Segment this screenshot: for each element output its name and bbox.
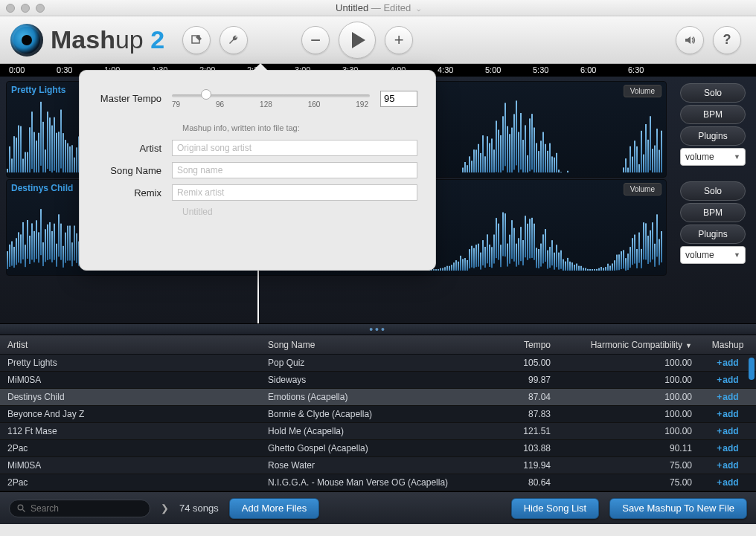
zoom-out-button[interactable]: − (301, 26, 330, 54)
add-to-mashup-button[interactable]: +add (717, 477, 738, 488)
cell-tempo: 80.64 (484, 477, 558, 488)
add-to-mashup-button[interactable]: +add (717, 392, 738, 402)
add-to-mashup-button[interactable]: +add (717, 375, 738, 385)
add-to-mashup-button[interactable]: +add (717, 409, 738, 419)
song-row[interactable]: 112 Ft MaseHold Me (Acapella)121.51100.0… (0, 423, 756, 440)
track-2-plugins-button[interactable]: Plugins (680, 225, 746, 244)
header-artist[interactable]: Artist (0, 340, 260, 350)
wrench-icon (228, 34, 240, 46)
track-2-bpm-button[interactable]: BPM (680, 203, 746, 222)
track-2-label: Destinys Child (11, 183, 73, 193)
add-to-mashup-button[interactable]: +add (717, 426, 738, 436)
add-to-mashup-button[interactable]: +add (717, 443, 738, 453)
ruler-tick: 0:00 (9, 65, 25, 74)
song-name-input[interactable] (172, 162, 417, 178)
window-title: Untitled — Edited ⌵ (0, 2, 756, 13)
song-name-label: Song Name (97, 165, 172, 176)
header-tempo[interactable]: Tempo (484, 340, 558, 350)
track-1-plugins-button[interactable]: Plugins (680, 126, 746, 146)
artist-input[interactable] (172, 140, 417, 156)
track-1-solo-button[interactable]: Solo (680, 83, 746, 103)
zoom-window-button[interactable] (36, 4, 45, 13)
settings-popover: Master Tempo 7996128160192 Mashup info, … (79, 70, 436, 271)
scrollbar-thumb[interactable] (749, 358, 755, 380)
song-row[interactable]: 2PacN.I.G.G.A. - Mouse Man Verse OG (Aca… (0, 474, 756, 491)
cell-harmonic: 100.00 (558, 358, 699, 368)
svg-point-1 (18, 505, 23, 510)
plus-icon: + (394, 32, 404, 48)
save-mashup-button[interactable]: Save Mashup To New File (609, 498, 747, 519)
song-row[interactable]: Destinys ChildEmotions (Acapella)87.0410… (0, 389, 756, 406)
speaker-icon (684, 34, 696, 46)
edit-button[interactable] (182, 26, 211, 54)
cell-artist: Beyonce And Jay Z (0, 409, 260, 419)
cell-harmonic: 100.00 (558, 409, 699, 419)
add-more-files-button[interactable]: Add More Files (229, 498, 319, 519)
cell-harmonic: 75.00 (558, 460, 699, 471)
song-row[interactable]: Beyonce And Jay ZBonnie & Clyde (Acapell… (0, 406, 756, 423)
song-row[interactable]: MiM0SASideways99.87100.00+add (0, 372, 756, 389)
hide-song-list-button[interactable]: Hide Song List (511, 498, 600, 519)
help-button[interactable]: ? (713, 26, 741, 54)
play-button[interactable] (339, 22, 376, 59)
chevron-right-icon: ❯ (161, 503, 169, 514)
app-logo-icon (10, 24, 43, 56)
track-1-label: Pretty Lights (11, 85, 65, 95)
edit-icon (190, 34, 202, 46)
help-icon: ? (723, 32, 731, 48)
remix-input[interactable] (172, 184, 417, 201)
tempo-tick: 128 (260, 100, 272, 109)
cell-harmonic: 100.00 (558, 392, 699, 402)
cell-song: Sideways (260, 375, 484, 385)
window-status: Edited (383, 2, 411, 13)
computed-mashup-name: Untitled (182, 207, 417, 217)
main-toolbar: Mashup 2 − + ? (0, 16, 756, 64)
ruler-tick: 4:30 (438, 65, 453, 74)
window-titlebar: Untitled — Edited ⌵ (0, 0, 756, 16)
cell-artist: MiM0SA (0, 460, 260, 471)
add-to-mashup-button[interactable]: +add (717, 460, 738, 471)
track-1-volume-label: volume (685, 152, 714, 162)
app-name: Mashup 2 (51, 25, 164, 54)
search-box[interactable] (9, 500, 150, 517)
tempo-tick: 96 (216, 100, 224, 109)
panel-resize-grip[interactable]: ••• (0, 323, 756, 335)
settings-button[interactable] (220, 26, 248, 54)
cell-harmonic: 90.11 (558, 443, 699, 453)
track-1-side-panel: Solo BPM Plugins volume ▼ (676, 81, 750, 168)
cell-song: N.I.G.G.A. - Mouse Man Verse OG (Acapell… (260, 477, 484, 488)
track-1-volume-select[interactable]: volume ▼ (680, 148, 746, 166)
track-1-bpm-button[interactable]: BPM (680, 105, 746, 124)
search-input[interactable] (31, 503, 142, 514)
close-window-button[interactable] (6, 4, 15, 13)
track-2-volume-tag[interactable]: Volume (624, 183, 662, 196)
song-row[interactable]: 2PacGhetto Gospel (Acapella)103.8890.11+… (0, 440, 756, 457)
ruler-tick: 5:30 (533, 65, 548, 74)
tempo-slider[interactable]: 7996128160192 (172, 88, 380, 109)
header-song[interactable]: Song Name (260, 340, 484, 350)
cell-tempo: 87.83 (484, 409, 558, 419)
tempo-tick: 192 (356, 100, 368, 109)
song-row[interactable]: MiM0SARose Water119.9475.00+add (0, 457, 756, 474)
track-1-volume-tag[interactable]: Volume (624, 85, 662, 97)
header-harmonic[interactable]: Harmonic Compatibility▼ (558, 340, 699, 350)
cell-song: Ghetto Gospel (Acapella) (260, 443, 484, 453)
track-2-solo-button[interactable]: Solo (680, 181, 746, 201)
minimize-window-button[interactable] (21, 4, 30, 13)
audio-output-button[interactable] (676, 26, 704, 54)
master-tempo-label: Master Tempo (97, 93, 172, 104)
track-2-volume-label: volume (685, 250, 714, 260)
tempo-tick: 160 (308, 100, 321, 109)
zoom-in-button[interactable]: + (385, 26, 413, 54)
header-mashup[interactable]: Mashup (699, 340, 756, 350)
chevron-down-icon[interactable]: ⌵ (417, 5, 420, 13)
ruler-tick: 6:30 (628, 65, 644, 74)
track-2-volume-select[interactable]: volume ▼ (680, 246, 746, 264)
artist-label: Artist (97, 143, 172, 154)
tempo-input[interactable] (380, 91, 417, 107)
song-row[interactable]: Pretty LightsPop Quiz105.00100.00+add (0, 355, 756, 372)
minus-icon: − (310, 31, 321, 49)
add-to-mashup-button[interactable]: +add (717, 358, 738, 368)
cell-tempo: 87.04 (484, 392, 558, 402)
cell-harmonic: 100.00 (558, 375, 699, 385)
